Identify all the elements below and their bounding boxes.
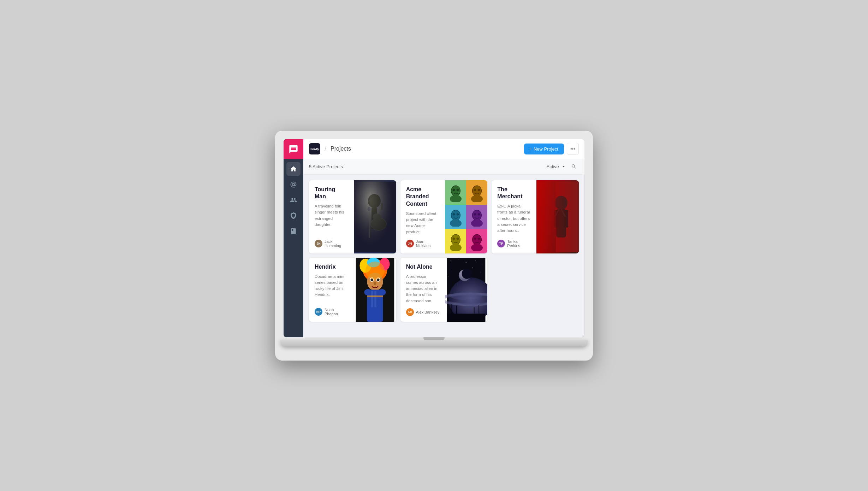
sidebar: [284, 139, 303, 337]
svg-rect-60: [367, 296, 383, 297]
svg-point-17: [474, 189, 476, 191]
card-title: Touring Man: [315, 186, 348, 201]
subheader: 5 Active Projects Active: [303, 159, 584, 175]
card-title: Hendrix: [315, 263, 348, 271]
search-button[interactable]: [569, 162, 579, 171]
svg-point-34: [478, 238, 480, 240]
svg-point-15: [472, 186, 481, 196]
card-title: Not Alone: [406, 263, 440, 271]
svg-rect-38: [554, 210, 559, 227]
sidebar-item-users[interactable]: [286, 193, 301, 207]
sidebar-item-vip[interactable]: [286, 209, 301, 223]
svg-rect-3: [371, 207, 377, 229]
filter-dropdown[interactable]: Active: [547, 164, 566, 169]
svg-point-4: [371, 217, 386, 230]
card-description: Docudrama mini-series based on rocky lif…: [315, 274, 348, 303]
svg-rect-42: [536, 181, 556, 252]
sidebar-navigation: [286, 159, 301, 337]
author-avatar: JH: [315, 240, 322, 247]
card-author: JH Jack Hemming: [315, 239, 348, 248]
topbar-divider: /: [325, 145, 326, 153]
new-project-button[interactable]: + New Project: [524, 144, 564, 154]
topbar: Gravity / Projects + New Project •••: [303, 139, 584, 159]
card-image-hendrix: [354, 258, 396, 322]
svg-point-64: [466, 262, 466, 263]
sidebar-logo[interactable]: [284, 139, 303, 159]
svg-point-65: [476, 260, 476, 261]
chat-icon: [289, 144, 298, 154]
svg-point-24: [471, 220, 483, 227]
vip-icon: [290, 212, 297, 219]
popart-cell-5: [445, 229, 466, 253]
svg-point-14: [457, 189, 459, 191]
card-info: Not Alone A professor comes across an am…: [400, 258, 445, 322]
popart-cell-4: [466, 205, 487, 229]
svg-point-22: [457, 213, 459, 215]
svg-point-32: [471, 244, 483, 251]
card-description: A professor comes across an amnesiac ali…: [406, 274, 440, 304]
card-description: Ex-CIA jackal fronts as a funeral direct…: [497, 203, 531, 235]
card-title: Acme Branded Content: [406, 186, 440, 208]
author-name: Noah Phagan: [325, 308, 348, 316]
author-name: Jack Hemming: [325, 239, 348, 248]
svg-point-56: [364, 289, 372, 296]
svg-point-66: [482, 264, 482, 264]
card-image-merchant: [536, 180, 579, 253]
svg-point-20: [450, 220, 462, 227]
popart-cell-3: [445, 205, 466, 229]
singer-illustration: [354, 180, 396, 253]
face-icon-2: [467, 183, 487, 202]
svg-point-23: [472, 210, 481, 220]
face-icon-1: [446, 183, 465, 202]
svg-point-63: [458, 259, 458, 259]
svg-marker-41: [554, 209, 560, 217]
card-description: A traveling folk singer meets his estran…: [315, 203, 348, 235]
more-options-button[interactable]: •••: [567, 143, 579, 155]
svg-point-25: [474, 213, 476, 215]
svg-point-9: [367, 206, 371, 211]
svg-point-54: [365, 262, 384, 280]
project-card-not-alone[interactable]: Not Alone A professor comes across an am…: [400, 258, 488, 322]
svg-point-68: [472, 267, 473, 268]
popart-grid: [445, 180, 487, 253]
card-image-singer: [354, 180, 396, 253]
search-icon: [571, 164, 577, 169]
svg-point-19: [451, 210, 460, 220]
svg-point-21: [453, 213, 455, 215]
project-card-touring-man[interactable]: Touring Man A traveling folk singer meet…: [309, 180, 396, 253]
card-info: Acme Branded Content Sponsored client pr…: [400, 180, 445, 253]
face-icon-4: [467, 207, 487, 227]
svg-point-78: [460, 299, 485, 306]
sidebar-item-book[interactable]: [286, 224, 301, 238]
popart-cell-1: [445, 180, 466, 205]
svg-rect-79: [447, 314, 486, 322]
author-avatar: NP: [315, 308, 322, 316]
project-card-hendrix[interactable]: Hendrix Docudrama mini-series based on r…: [309, 258, 396, 322]
author-avatar: JN: [406, 240, 414, 247]
page-title: Projects: [331, 146, 520, 152]
svg-point-33: [474, 238, 476, 240]
svg-point-18: [478, 189, 480, 191]
svg-point-62: [450, 261, 450, 261]
sidebar-item-home[interactable]: [286, 162, 301, 176]
sidebar-item-at[interactable]: [286, 177, 301, 192]
svg-point-2: [368, 194, 381, 208]
svg-rect-35: [536, 181, 579, 252]
project-card-acme[interactable]: Acme Branded Content Sponsored client pr…: [400, 180, 488, 253]
author-name: Tarika Perkins: [507, 239, 531, 248]
project-card-the-merchant[interactable]: The Merchant Ex-CIA jackal fronts as a f…: [492, 180, 579, 253]
book-icon: [290, 228, 297, 235]
svg-point-29: [453, 238, 455, 240]
svg-line-6: [378, 204, 382, 213]
users-icon: [290, 197, 297, 204]
projects-count: 5 Active Projects: [309, 164, 547, 169]
card-image-space: [445, 258, 487, 322]
svg-point-71: [455, 283, 455, 284]
svg-rect-10: [354, 181, 396, 252]
author-avatar: TP: [497, 240, 505, 247]
svg-point-36: [555, 195, 567, 210]
merchant-illustration: [536, 180, 579, 253]
filter-label: Active: [547, 164, 559, 169]
author-avatar: AB: [406, 308, 414, 316]
projects-grid: Touring Man A traveling folk singer meet…: [303, 175, 584, 337]
